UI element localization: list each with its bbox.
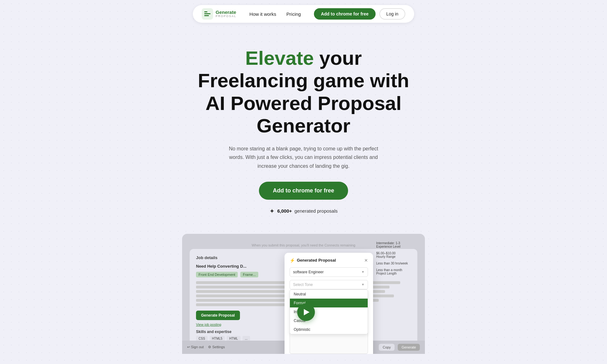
play-icon	[304, 309, 310, 315]
svg-rect-1	[204, 11, 207, 12]
play-button[interactable]	[297, 303, 315, 321]
logo-icon	[202, 8, 213, 20]
modal-role-chevron: ▼	[361, 270, 365, 274]
demo-info-hours: Less than 30 hrs/week	[376, 262, 417, 265]
svg-rect-3	[204, 15, 209, 16]
modal-title-row: ⚡ Generated Proposal	[290, 258, 336, 263]
demo-bottom-right: Copy Generate	[379, 344, 420, 351]
badge-count: 6,000+	[277, 208, 292, 214]
demo-generate-proposal-button[interactable]: Generate Proposal	[196, 311, 240, 320]
demo-settings-link[interactable]: ⚙ Settings	[208, 345, 225, 349]
hero-title: Elevate your Freelancing game with AI Po…	[193, 47, 414, 137]
hero-section: Elevate your Freelancing game with AI Po…	[0, 28, 607, 228]
demo-container: When you submit this proposal, you'll ne…	[182, 234, 425, 354]
hero-add-chrome-button[interactable]: Add to chrome for free	[259, 182, 348, 200]
tone-option-optimistic[interactable]: Optimistic	[290, 325, 368, 334]
demo-info-hourly: $6.00–$10.00Hourly Range	[376, 252, 417, 258]
demo-sign-out-link[interactable]: ↩ Sign out	[187, 345, 204, 349]
tone-chevron-icon: ▼	[361, 283, 365, 286]
modal-title-text: Generated Proposal	[297, 258, 336, 263]
tone-dropdown: Select Tone ▼ Neutral Formal Informal Ca…	[290, 280, 368, 289]
sparkle-icon: ✦	[269, 207, 275, 215]
demo-copy-button[interactable]: Copy	[379, 344, 395, 351]
demo-generate-button-sm[interactable]: Generate	[398, 344, 420, 351]
modal-role-value: software Engineer	[293, 270, 324, 274]
svg-rect-2	[204, 13, 211, 14]
nav-add-chrome-button[interactable]: Add to chrome for free	[314, 8, 376, 20]
demo-info-experience: Intermediate: 1-3Experience Level	[376, 241, 417, 248]
nav-links: How it works Pricing	[249, 11, 301, 17]
logo[interactable]: Generate PROPOSAL	[202, 8, 236, 20]
modal-close-button[interactable]: ✕	[364, 258, 368, 263]
tone-placeholder: Select Tone	[293, 282, 313, 287]
demo-bottom-left: ↩ Sign out ⚙ Settings	[187, 345, 225, 349]
demo-tag-frontend: Front End Development	[196, 272, 238, 277]
modal-role-select[interactable]: software Engineer ▼	[290, 267, 368, 277]
hero-subtitle: No more staring at a blank page, trying …	[228, 144, 379, 170]
nav-how-it-works[interactable]: How it works	[249, 11, 276, 17]
logo-generate-text: Generate	[216, 10, 236, 15]
modal-header: ⚡ Generated Proposal ✕	[290, 258, 368, 263]
demo-tag-frame: Frame...	[240, 272, 258, 277]
badge-text: generated proposals	[294, 208, 338, 214]
tone-option-neutral[interactable]: Neutral	[290, 290, 368, 299]
hero-title-highlight: Elevate	[245, 47, 314, 69]
modal-lightning-icon: ⚡	[290, 258, 295, 263]
demo-info-length: Less than a monthProject Length	[376, 268, 417, 275]
navbar: Generate PROPOSAL How it works Pricing A…	[0, 0, 607, 28]
demo-right-info: Intermediate: 1-3Experience Level $6.00–…	[376, 241, 417, 278]
nav-pricing[interactable]: Pricing	[286, 11, 301, 17]
nav-login-button[interactable]: Log in	[379, 8, 405, 20]
tone-select-button[interactable]: Select Tone ▼	[290, 280, 368, 289]
hero-badge: ✦ 6,000+ generated proposals	[6, 207, 601, 215]
play-button-container	[297, 303, 315, 321]
nav-actions: Add to chrome for free Log in	[314, 8, 405, 20]
demo-section: When you submit this proposal, you'll ne…	[177, 234, 430, 354]
logo-proposal-text: PROPOSAL	[216, 15, 236, 18]
